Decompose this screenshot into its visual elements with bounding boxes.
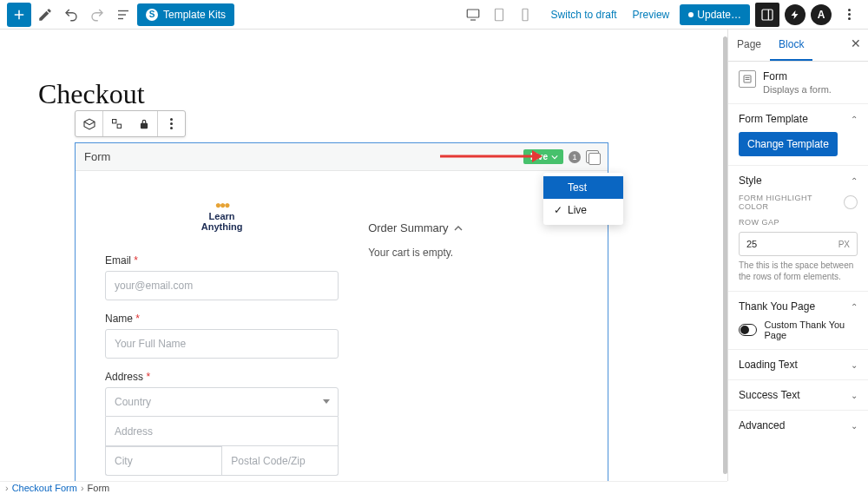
breadcrumb-sep: › [81,483,84,493]
custom-thank-you-toggle[interactable] [739,324,757,336]
highlight-color-swatch[interactable] [844,195,858,209]
chevron-down-icon: ⌄ [851,360,858,370]
settings-sidebar: Page Block ✕ Form Displays a form. Form … [727,30,868,481]
breadcrumb-item-current[interactable]: Form [88,483,110,493]
edit-icon[interactable] [33,3,57,27]
thank-you-heading[interactable]: Thank You Page⌃ [739,300,858,313]
custom-thank-you-label: Custom Thank You Page [764,319,858,340]
address-label: Address * [105,371,339,383]
add-block-button[interactable] [7,3,31,27]
name-field-group: Name * [105,313,339,359]
chevron-up-icon: ⌃ [851,115,858,124]
form-right-column: Order Summary Your cart is empty. [368,199,608,481]
form-body: ●●● LearnAnything Email * Name * Address… [76,171,608,481]
advanced-panel[interactable]: Advanced⌄ [728,411,868,440]
chevron-up-icon: ⌃ [851,176,858,186]
tablet-preview-icon[interactable] [487,3,511,27]
row-gap-help: The this is the space between the rows o… [739,260,858,282]
mode-option-live[interactable]: ✓Live [543,199,623,221]
copy-shortcode-icon[interactable] [586,150,599,163]
highlight-color-label: Form Highlight Color [739,194,844,211]
close-sidebar-button[interactable]: ✕ [851,36,861,50]
name-input[interactable] [105,329,339,359]
block-toolbar [75,110,186,137]
mobile-preview-icon[interactable] [513,3,537,27]
breadcrumb: › Checkout Form › Form [0,481,727,494]
block-more-button[interactable] [158,111,185,136]
preview-link[interactable]: Preview [628,5,675,24]
svg-rect-11 [113,120,116,123]
template-kits-icon: S [146,9,158,21]
svg-rect-12 [117,124,121,128]
mode-dropdown-menu: ✓Test ✓Live [543,173,623,225]
block-identity-panel: Form Displays a form. [728,62,868,104]
country-select[interactable] [105,387,339,417]
update-label: Update… [697,9,741,21]
form-mode-dropdown[interactable]: Live [523,149,563,164]
redo-button[interactable] [85,3,109,27]
undo-button[interactable] [59,3,83,27]
postal-input[interactable] [221,446,339,476]
more-menu-button[interactable] [837,3,861,27]
row-gap-input[interactable]: 25 PX [739,232,858,256]
switch-to-draft-link[interactable]: Switch to draft [546,5,622,24]
thank-you-panel: Thank You Page⌃ Custom Thank You Page [728,292,868,350]
merchant-logo: ●●● LearnAnything [105,199,339,232]
toolbar-right: Switch to draft Preview Update… A [461,3,861,27]
row-gap-label: Row Gap [739,218,858,227]
svg-rect-8 [523,9,528,21]
style-panel: Style⌃ Form Highlight Color Row Gap 25 P… [728,166,868,292]
loading-text-panel[interactable]: Loading Text⌄ [728,350,868,380]
form-block-icon [739,70,756,88]
city-input[interactable] [105,446,221,476]
template-kits-label: Template Kits [163,9,226,21]
form-block[interactable]: Form Live 1 ●●● LearnAnything [75,142,608,481]
block-description: Displays a form. [763,84,832,95]
chevron-down-icon [551,154,558,161]
toolbar-left: S Template Kits [7,3,234,27]
address-line-input[interactable] [105,417,339,446]
block-name-label: Form [763,70,832,82]
form-mode-label: Live [530,152,548,161]
canvas: Checkout Form Live [0,30,727,481]
editor-body: Checkout Form Live [0,30,868,481]
svg-rect-5 [467,10,479,17]
update-button[interactable]: Update… [680,4,750,25]
template-kits-button[interactable]: S Template Kits [137,3,234,26]
success-text-panel[interactable]: Success Text⌄ [728,380,868,411]
mode-option-test[interactable]: ✓Test [543,176,623,199]
block-type-icon[interactable] [76,111,102,136]
name-label: Name * [105,313,339,325]
email-label: Email * [105,254,339,267]
lock-icon[interactable] [130,111,157,136]
chevron-up-icon [454,224,463,233]
chevron-up-icon: ⌃ [851,302,858,312]
form-block-title: Form [84,150,110,163]
breadcrumb-sep: › [5,483,9,493]
astra-icon[interactable]: A [811,4,832,25]
outline-button[interactable] [111,3,135,27]
settings-panel-toggle[interactable] [755,3,779,27]
tab-page[interactable]: Page [728,30,770,61]
form-left-column: ●●● LearnAnything Email * Name * Address… [76,199,368,481]
surecart-icon[interactable] [785,4,806,25]
select-parent-button[interactable] [103,111,130,136]
form-block-header: Form Live 1 [76,143,608,171]
chevron-down-icon: ⌄ [851,391,858,400]
tab-block[interactable]: Block [770,30,812,61]
row-gap-unit: PX [838,240,850,249]
desktop-preview-icon[interactable] [461,3,485,27]
svg-rect-7 [495,9,503,21]
svg-rect-16 [744,76,751,82]
breadcrumb-item-parent[interactable]: Checkout Form [12,483,77,493]
style-heading[interactable]: Style⌃ [739,175,858,187]
address-field-group: Address * [105,371,339,476]
form-template-heading[interactable]: Form Template⌃ [739,113,858,125]
cart-empty-message: Your cart is empty. [368,247,590,259]
row-gap-value: 25 [746,239,757,249]
email-input[interactable] [105,271,339,300]
page-title: Checkout [38,78,145,110]
device-preview-group [461,3,537,27]
chevron-down-icon: ⌄ [851,421,858,431]
change-template-button[interactable]: Change Template [739,132,838,156]
